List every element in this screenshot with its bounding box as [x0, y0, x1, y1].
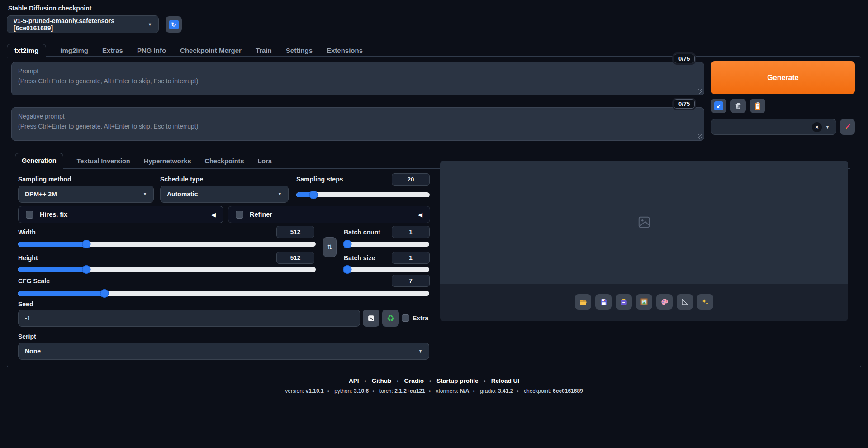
image-placeholder-icon	[637, 215, 651, 229]
footer-link-gradio[interactable]: Gradio	[404, 377, 424, 384]
tab-extras[interactable]: Extras	[102, 45, 123, 57]
sparkles-icon	[701, 298, 709, 306]
send-to-img2img-button[interactable]	[636, 294, 652, 310]
resize-handle-icon[interactable]	[698, 89, 702, 94]
palette-icon	[660, 298, 669, 306]
seed-label: Seed	[18, 300, 33, 308]
create-upscale-button[interactable]	[697, 294, 713, 310]
sampling-method-value: DPM++ 2M	[25, 191, 57, 198]
open-folder-button[interactable]	[575, 294, 591, 310]
send-to-inpaint-button[interactable]	[656, 294, 673, 310]
xformers-label: xformers:	[436, 388, 458, 394]
cfg-scale-slider[interactable]	[18, 289, 429, 297]
python-value: 3.10.6	[354, 388, 369, 394]
extra-seed-checkbox[interactable]	[402, 314, 409, 322]
swap-icon: ⇅	[327, 243, 332, 251]
script-dropdown[interactable]: None ▼	[18, 343, 429, 360]
tab-textual-inversion[interactable]: Textual Inversion	[77, 154, 130, 168]
paintbrush-icon	[844, 123, 851, 131]
script-value: None	[25, 348, 41, 355]
tab-extensions[interactable]: Extensions	[327, 45, 363, 57]
hires-fix-accordion[interactable]: Hires. fix ◀	[18, 206, 223, 223]
footer-version: version: v1.10.1• python: 3.10.6• torch:…	[0, 388, 868, 394]
floppy-disk-icon	[600, 298, 607, 306]
collapse-arrow-icon: ◀	[418, 211, 422, 218]
recycle-icon: ♻	[387, 313, 394, 324]
tab-generation[interactable]: Generation	[15, 153, 63, 169]
width-value[interactable]: 512	[276, 226, 314, 238]
checkpoint-dropdown[interactable]: v1-5-pruned-emaonly.safetensors [6ce0161…	[7, 15, 159, 33]
triangle-ruler-icon	[681, 298, 689, 306]
styles-dropdown[interactable]: × ▼	[711, 119, 836, 135]
sampling-method-dropdown[interactable]: DPM++ 2M ▼	[18, 186, 154, 203]
refresh-checkpoint-button[interactable]: ↻	[166, 16, 182, 33]
footer-link-github[interactable]: Github	[372, 377, 392, 384]
dice-icon	[367, 315, 375, 322]
tab-img2img[interactable]: img2img	[60, 45, 88, 57]
version-label: version:	[285, 388, 304, 394]
tab-lora[interactable]: Lora	[258, 154, 272, 168]
footer-links: API•Github•Gradio•Startup profile•Reload…	[0, 377, 868, 384]
framed-picture-icon	[640, 298, 648, 306]
main-tab-bar: txt2img img2img Extras PNG Info Checkpoi…	[7, 44, 363, 57]
reuse-seed-button[interactable]: ♻	[382, 310, 399, 327]
send-to-extras-button[interactable]	[677, 294, 693, 310]
sampling-steps-value[interactable]: 20	[392, 173, 430, 186]
column-divider	[435, 173, 435, 362]
footer-link-api[interactable]: API	[349, 377, 359, 384]
refresh-icon: ↻	[169, 20, 179, 29]
random-seed-button[interactable]	[363, 310, 379, 327]
apply-styles-button[interactable]	[750, 99, 765, 113]
width-slider[interactable]	[18, 240, 316, 248]
checkpoint-value: v1-5-pruned-emaonly.safetensors [6ce0161…	[14, 17, 148, 32]
negative-prompt-token-counter: 0/75	[674, 99, 695, 109]
script-label: Script	[18, 333, 36, 340]
batch-size-slider[interactable]	[344, 265, 429, 273]
clear-prompt-button[interactable]	[730, 99, 746, 113]
tab-checkpoint-merger[interactable]: Checkpoint Merger	[180, 45, 242, 57]
sampling-method-label: Sampling method	[18, 176, 71, 183]
tab-txt2img[interactable]: txt2img	[7, 44, 46, 57]
save-image-button[interactable]	[595, 294, 612, 310]
generate-button[interactable]: Generate	[711, 61, 855, 94]
prompt-input[interactable]: Prompt (Press Ctrl+Enter to generate, Al…	[11, 62, 704, 95]
tab-hypernetworks[interactable]: Hypernetworks	[144, 154, 191, 168]
seed-input[interactable]	[18, 310, 360, 327]
swap-dimensions-button[interactable]: ⇅	[323, 237, 337, 257]
resize-handle-icon[interactable]	[698, 134, 702, 139]
refiner-accordion[interactable]: Refiner ◀	[228, 206, 430, 223]
styles-input[interactable]	[718, 124, 812, 131]
prompt-token-counter: 0/75	[674, 54, 695, 63]
chevron-down-icon: ▼	[278, 192, 282, 196]
cfg-scale-value[interactable]: 7	[392, 275, 430, 287]
gradio-value: 3.41.2	[498, 388, 513, 394]
schedule-type-dropdown[interactable]: Automatic ▼	[160, 186, 289, 203]
height-value[interactable]: 512	[276, 252, 314, 264]
collapse-arrow-icon: ◀	[211, 211, 216, 218]
tab-train[interactable]: Train	[256, 45, 272, 57]
tab-png-info[interactable]: PNG Info	[137, 45, 166, 57]
python-label: python:	[334, 388, 352, 394]
footer-link-reload-ui[interactable]: Reload UI	[491, 377, 519, 384]
footer-link-startup-profile[interactable]: Startup profile	[436, 377, 478, 384]
edit-styles-button[interactable]	[840, 119, 855, 135]
hires-fix-checkbox[interactable]	[26, 211, 33, 219]
prompt-placeholder-hint: (Press Ctrl+Enter to generate, Alt+Enter…	[18, 76, 697, 86]
torch-label: torch:	[379, 388, 393, 394]
refiner-checkbox[interactable]	[236, 211, 243, 219]
schedule-type-label: Schedule type	[160, 176, 203, 183]
paste-params-button[interactable]: ↙	[711, 99, 726, 113]
negative-prompt-input[interactable]: Negative prompt (Press Ctrl+Enter to gen…	[11, 107, 704, 141]
tab-checkpoints[interactable]: Checkpoints	[205, 154, 244, 168]
batch-size-value[interactable]: 1	[392, 252, 430, 264]
save-zip-button[interactable]	[616, 294, 632, 310]
height-slider[interactable]	[18, 265, 316, 273]
version-value: v1.10.1	[306, 388, 324, 394]
folder-icon	[579, 298, 588, 306]
batch-count-slider[interactable]	[344, 240, 429, 248]
tab-settings[interactable]: Settings	[286, 45, 313, 57]
batch-count-value[interactable]: 1	[392, 226, 430, 238]
clear-styles-icon[interactable]: ×	[812, 122, 822, 132]
sampling-steps-slider[interactable]	[296, 191, 430, 199]
output-toolbar	[440, 294, 848, 310]
